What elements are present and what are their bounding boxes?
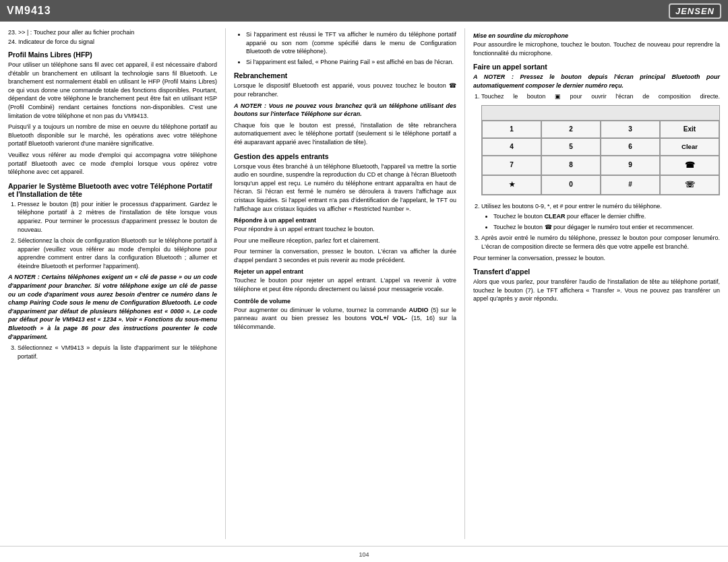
gestion-text: Lorsque vous êtes branché à un téléphone…: [234, 162, 456, 214]
top-items: 23. >> | : Touchez pour aller au fichier…: [8, 28, 217, 46]
rebranch-text2: Chaque fois que le bouton est pressé, l'…: [234, 121, 456, 147]
repondre-text3: Pour terminer la conversation, pressez l…: [234, 247, 456, 264]
section-profil-heading: Profil Mains Libres (HFP): [8, 51, 217, 59]
key-exit[interactable]: Exit: [660, 121, 719, 138]
key-6[interactable]: 6: [601, 138, 660, 156]
top-item-24: 24. Indicateur de force du signal: [8, 38, 217, 47]
key-4[interactable]: 4: [482, 138, 541, 156]
column-mid: Si l'appariment est réussi le TFT va aff…: [234, 28, 456, 539]
key-clear[interactable]: Clear: [660, 138, 719, 156]
top-item-23: 23. >> | : Touchez pour aller au fichier…: [8, 28, 217, 38]
volume-text: Pour augmenter ou diminuer le volume, to…: [234, 306, 456, 332]
page-title: VM9413: [7, 5, 51, 17]
key-hangup[interactable]: ☏: [660, 175, 719, 195]
faire-step3: Après avoir entré le numéro du téléphone…: [481, 234, 720, 251]
divider-mid-right: [464, 28, 465, 539]
key-8[interactable]: 8: [541, 156, 601, 175]
faire-notice: A NOTER : Pressez le bouton depuis l'écr…: [473, 73, 720, 90]
key-3[interactable]: 3: [601, 121, 660, 138]
key-hash[interactable]: #: [601, 175, 660, 195]
keypad: 1 2 3 Exit 4 5 6 Clear 7 8 9 ☎: [481, 105, 720, 195]
bullet-clear: Touchez le bouton CLEAR pour effacer le …: [493, 212, 720, 221]
section-transfert-heading: Transfert d'appel: [473, 268, 720, 276]
key-star[interactable]: ★: [482, 175, 541, 195]
step-3: Sélectionnez « VM9413 » depuis la liste …: [18, 344, 217, 361]
apparier-notice: A NOTER : Certains téléphones exigent un…: [8, 273, 217, 341]
keypad-display: [482, 106, 719, 121]
pairing-bullets: Si l'appariment est réussi le TFT va aff…: [234, 30, 456, 66]
rebranch-text1: Lorsque le dispositif Bluetooth est appa…: [234, 82, 456, 98]
rejeter-text: Touchez le bouton pour rejeter un appel …: [234, 276, 456, 293]
faire-step2: Utilisez les boutons 0-9, *, et # pour e…: [481, 202, 720, 232]
apparier-steps: Pressez le bouton (B) pour initier le pr…: [8, 200, 217, 271]
faire-steps: Touchez le bouton ▣ pour ouvrir l'écran …: [473, 92, 720, 251]
section-faire-heading: Faire un appel sortant: [473, 63, 720, 71]
key-7[interactable]: 7: [482, 156, 541, 175]
bullet-clear-all: Touchez le bouton ☎ pour dégager le numé…: [493, 223, 720, 232]
transfert-text: Alors que vous parlez, pour transférer l…: [473, 278, 720, 303]
profil-para-2: Puisqu'il y a toujours un nombre de mise…: [8, 123, 217, 148]
profil-para-1: Pour utiliser un téléphone sans fil avec…: [8, 61, 217, 120]
pairing-bullet-1: Si l'appariment est réussi le TFT va aff…: [246, 30, 456, 56]
profil-para-3: Veuillez vous référer au mode d'emploi q…: [8, 151, 217, 177]
step-1: Pressez le bouton (B) pour initier le pr…: [18, 200, 217, 234]
sub-volume-heading: Contrôle de volume: [234, 298, 456, 305]
header: VM9413 JENSEN: [0, 0, 728, 22]
section-mise-heading: Mise en sourdine du microphone: [473, 32, 720, 39]
faire-step2-bullets: Touchez le bouton CLEAR pour effacer le …: [481, 212, 720, 231]
pairing-bullet-2: Si l'appariment est failed, « Phone Pair…: [246, 58, 456, 67]
faire-end: Pour terminer la conversation, pressez l…: [473, 254, 720, 263]
rebranch-notice: A NOTER : Vous ne pouvez vous branchez q…: [234, 102, 456, 119]
section-rebranch-heading: Rebranchement: [234, 71, 456, 80]
step-2: Sélectionnez la choix de configuration B…: [18, 237, 217, 270]
faire-step1: Touchez le bouton ▣ pour ouvrir l'écran …: [481, 92, 720, 199]
section-gestion-heading: Gestion des appels entrants: [234, 152, 456, 160]
section-apparier-heading: Apparier le Système Bluetooth avec votre…: [8, 182, 217, 198]
mise-text: Pour assourdire le microphone, touchez l…: [473, 40, 720, 57]
key-call[interactable]: ☎: [660, 156, 719, 175]
main-content: 23. >> | : Touchez pour aller au fichier…: [0, 22, 728, 546]
jensen-logo: JENSEN: [669, 3, 721, 19]
divider-left-mid: [225, 28, 226, 539]
sub-rejeter-heading: Rejeter un appel entrant: [234, 268, 456, 275]
key-2[interactable]: 2: [541, 121, 601, 138]
repondre-text2: Pour une meilleure réception, parlez for…: [234, 237, 456, 245]
page-number: 104: [359, 551, 369, 558]
apparier-step3-list: Sélectionnez « VM9413 » depuis la liste …: [8, 344, 217, 361]
sub-repondre-heading: Répondre à un appel entrant: [234, 217, 456, 224]
column-right: Mise en sourdine du microphone Pour asso…: [473, 28, 720, 539]
repondre-text1: Pour répondre à un appel entrant touchez…: [234, 225, 456, 234]
footer: 104: [0, 546, 728, 562]
key-0[interactable]: 0: [541, 175, 601, 195]
key-5[interactable]: 5: [541, 138, 601, 156]
key-1[interactable]: 1: [482, 121, 541, 138]
keypad-grid: 1 2 3 Exit 4 5 6 Clear 7 8 9 ☎: [482, 121, 719, 195]
key-9[interactable]: 9: [601, 156, 660, 175]
column-left: 23. >> | : Touchez pour aller au fichier…: [8, 28, 217, 539]
